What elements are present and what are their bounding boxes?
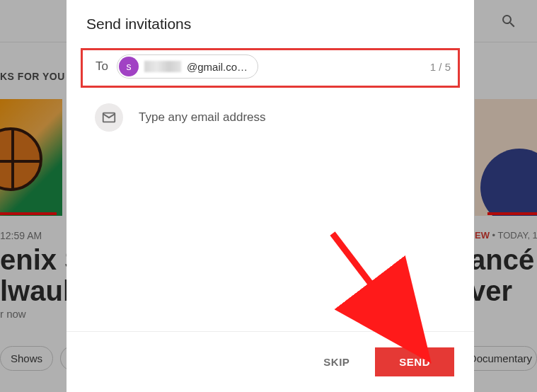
email-hint-text[interactable]: Type any email address [139,110,266,125]
send-invitations-modal: Send invitations To s @gmail.co… 1 / 5 T… [67,0,474,392]
modal-footer: SKIP SEND [67,331,474,392]
skip-button[interactable]: SKIP [319,349,354,375]
send-button[interactable]: SEND [375,347,454,376]
mail-icon [95,103,123,132]
to-field-highlight: To s @gmail.co… 1 / 5 [81,48,460,88]
recipient-chip[interactable]: s @gmail.co… [117,54,258,79]
email-hint-row: Type any email address [67,88,474,147]
redacted-name [144,61,181,72]
recipient-email: @gmail.co… [187,61,248,73]
avatar: s [119,57,139,76]
modal-title: Send invitations [67,0,474,45]
to-label: To [96,59,108,74]
recipient-count: 1 / 5 [430,61,451,73]
